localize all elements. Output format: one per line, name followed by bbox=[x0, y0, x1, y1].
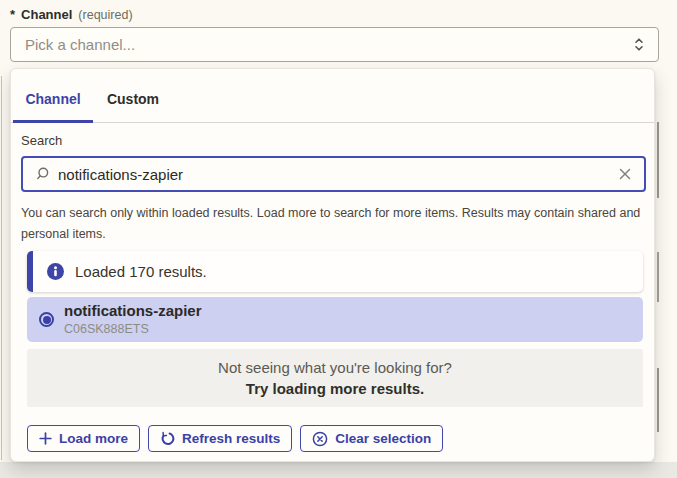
search-helper-text: You can search only within loaded result… bbox=[21, 203, 645, 245]
field-label: * Channel (required) bbox=[10, 7, 133, 22]
search-label: Search bbox=[21, 133, 62, 148]
action-buttons-row: Load more Refresh results bbox=[27, 425, 443, 452]
alert-text: Loaded 170 results. bbox=[75, 263, 207, 280]
underlying-form-border-right bbox=[657, 368, 659, 432]
hint-suggestion: Try loading more results. bbox=[27, 378, 643, 399]
refresh-results-button[interactable]: Refresh results bbox=[148, 425, 292, 452]
clear-selection-button[interactable]: Clear selection bbox=[300, 425, 443, 452]
page-background-strip bbox=[0, 462, 677, 478]
tab-custom[interactable]: Custom bbox=[93, 69, 173, 123]
underlying-form-border-right bbox=[657, 122, 659, 198]
option-title: notifications-zapier bbox=[64, 303, 202, 319]
underlying-form-border-left bbox=[1, 76, 2, 460]
load-more-button[interactable]: Load more bbox=[27, 425, 140, 452]
tab-channel[interactable]: Channel bbox=[13, 69, 93, 123]
loaded-results-alert: Loaded 170 results. bbox=[27, 251, 643, 292]
hint-question: Not seeing what you're looking for? bbox=[27, 358, 643, 378]
radio-selected-icon[interactable] bbox=[39, 312, 54, 327]
option-subtitle: C06SK888ETS bbox=[64, 321, 202, 337]
unfold-chevron-icon bbox=[632, 36, 646, 53]
info-icon bbox=[47, 263, 64, 280]
required-asterisk: * bbox=[10, 7, 15, 22]
channel-dropdown-panel: Channel Custom Search You can search onl… bbox=[10, 68, 655, 462]
active-tab-indicator bbox=[13, 120, 93, 123]
clear-circle-icon bbox=[312, 431, 328, 447]
clear-search-icon[interactable] bbox=[616, 165, 634, 183]
search-input[interactable] bbox=[58, 166, 608, 183]
search-icon bbox=[34, 166, 50, 182]
field-label-text: Channel bbox=[21, 7, 72, 22]
channel-select[interactable]: Pick a channel... bbox=[10, 27, 659, 62]
channel-option-row[interactable]: notifications-zapier C06SK888ETS bbox=[27, 297, 643, 342]
plus-icon bbox=[39, 432, 52, 445]
alert-accent-bar bbox=[27, 251, 33, 292]
refresh-icon bbox=[160, 431, 175, 446]
tab-bar: Channel Custom bbox=[11, 69, 654, 123]
hint-section: Not seeing what you're looking for? Try … bbox=[27, 349, 643, 407]
channel-picker-screen: * Channel (required) Pick a channel... C… bbox=[0, 0, 677, 478]
required-note: (required) bbox=[78, 8, 132, 22]
search-box bbox=[21, 156, 646, 192]
underlying-form-border-right bbox=[657, 252, 659, 302]
select-placeholder: Pick a channel... bbox=[25, 36, 632, 53]
